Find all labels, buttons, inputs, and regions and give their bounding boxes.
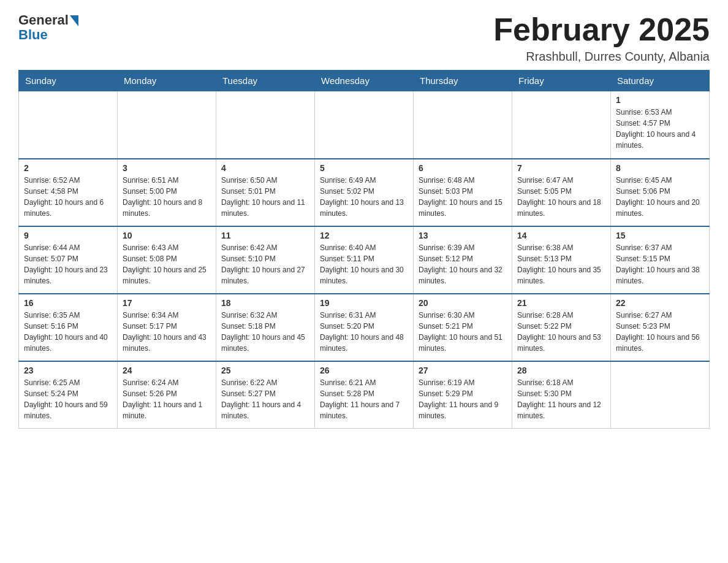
week-row: 1Sunrise: 6:53 AM Sunset: 4:57 PM Daylig… xyxy=(19,91,710,159)
calendar-cell: 3Sunrise: 6:51 AM Sunset: 5:00 PM Daylig… xyxy=(118,159,216,226)
day-number: 4 xyxy=(221,163,309,173)
day-info: Sunrise: 6:19 AM Sunset: 5:29 PM Dayligh… xyxy=(419,377,507,421)
calendar-cell xyxy=(19,91,118,159)
logo-top: General xyxy=(18,12,78,28)
week-row: 2Sunrise: 6:52 AM Sunset: 4:58 PM Daylig… xyxy=(19,159,710,226)
day-of-week-header: Tuesday xyxy=(216,71,315,91)
day-number: 1 xyxy=(616,95,704,105)
week-row: 16Sunrise: 6:35 AM Sunset: 5:16 PM Dayli… xyxy=(19,294,710,361)
calendar-table: SundayMondayTuesdayWednesdayThursdayFrid… xyxy=(18,70,710,429)
calendar-cell xyxy=(512,91,611,159)
day-info: Sunrise: 6:24 AM Sunset: 5:26 PM Dayligh… xyxy=(123,377,211,421)
calendar-cell: 19Sunrise: 6:31 AM Sunset: 5:20 PM Dayli… xyxy=(315,294,414,361)
day-info: Sunrise: 6:49 AM Sunset: 5:02 PM Dayligh… xyxy=(320,175,408,219)
calendar-cell: 27Sunrise: 6:19 AM Sunset: 5:29 PM Dayli… xyxy=(414,361,512,429)
day-info: Sunrise: 6:53 AM Sunset: 4:57 PM Dayligh… xyxy=(616,107,704,151)
calendar-cell: 11Sunrise: 6:42 AM Sunset: 5:10 PM Dayli… xyxy=(216,226,315,294)
day-info: Sunrise: 6:50 AM Sunset: 5:01 PM Dayligh… xyxy=(221,175,309,219)
calendar-cell: 17Sunrise: 6:34 AM Sunset: 5:17 PM Dayli… xyxy=(118,294,216,361)
calendar-cell: 10Sunrise: 6:43 AM Sunset: 5:08 PM Dayli… xyxy=(118,226,216,294)
day-number: 11 xyxy=(221,231,309,240)
calendar-cell: 6Sunrise: 6:48 AM Sunset: 5:03 PM Daylig… xyxy=(414,159,512,226)
week-row: 23Sunrise: 6:25 AM Sunset: 5:24 PM Dayli… xyxy=(19,361,710,429)
calendar-cell xyxy=(315,91,414,159)
day-number: 25 xyxy=(221,366,309,375)
logo: General Blue xyxy=(18,12,78,43)
day-number: 8 xyxy=(616,163,704,173)
day-of-week-header: Sunday xyxy=(19,71,118,91)
calendar-cell: 25Sunrise: 6:22 AM Sunset: 5:27 PM Dayli… xyxy=(216,361,315,429)
calendar-cell: 7Sunrise: 6:47 AM Sunset: 5:05 PM Daylig… xyxy=(512,159,611,226)
calendar-cell: 26Sunrise: 6:21 AM Sunset: 5:28 PM Dayli… xyxy=(315,361,414,429)
day-of-week-header: Friday xyxy=(512,71,611,91)
day-info: Sunrise: 6:27 AM Sunset: 5:23 PM Dayligh… xyxy=(616,310,704,354)
day-number: 18 xyxy=(221,298,309,308)
day-number: 22 xyxy=(616,298,704,308)
calendar-cell: 9Sunrise: 6:44 AM Sunset: 5:07 PM Daylig… xyxy=(19,226,118,294)
day-number: 17 xyxy=(123,298,211,308)
day-info: Sunrise: 6:52 AM Sunset: 4:58 PM Dayligh… xyxy=(24,175,112,219)
day-number: 9 xyxy=(24,231,112,240)
day-number: 3 xyxy=(123,163,211,173)
day-of-week-header: Saturday xyxy=(611,71,710,91)
logo-general-text: General xyxy=(18,12,69,28)
day-number: 19 xyxy=(320,298,408,308)
day-info: Sunrise: 6:30 AM Sunset: 5:21 PM Dayligh… xyxy=(419,310,507,354)
day-number: 23 xyxy=(24,366,112,375)
calendar-cell: 5Sunrise: 6:49 AM Sunset: 5:02 PM Daylig… xyxy=(315,159,414,226)
day-info: Sunrise: 6:34 AM Sunset: 5:17 PM Dayligh… xyxy=(123,310,211,354)
day-info: Sunrise: 6:28 AM Sunset: 5:22 PM Dayligh… xyxy=(517,310,605,354)
logo-blue-text: Blue xyxy=(18,27,48,43)
day-number: 2 xyxy=(24,163,112,173)
day-number: 7 xyxy=(517,163,605,173)
day-info: Sunrise: 6:40 AM Sunset: 5:11 PM Dayligh… xyxy=(320,242,408,286)
calendar-cell: 13Sunrise: 6:39 AM Sunset: 5:12 PM Dayli… xyxy=(414,226,512,294)
week-row: 9Sunrise: 6:44 AM Sunset: 5:07 PM Daylig… xyxy=(19,226,710,294)
calendar-cell: 12Sunrise: 6:40 AM Sunset: 5:11 PM Dayli… xyxy=(315,226,414,294)
location-subtitle: Rrashbull, Durres County, Albania xyxy=(493,50,710,64)
day-number: 14 xyxy=(517,231,605,240)
title-block: February 2025 Rrashbull, Durres County, … xyxy=(493,12,710,64)
day-info: Sunrise: 6:38 AM Sunset: 5:13 PM Dayligh… xyxy=(517,242,605,286)
day-info: Sunrise: 6:45 AM Sunset: 5:06 PM Dayligh… xyxy=(616,175,704,219)
calendar-cell: 8Sunrise: 6:45 AM Sunset: 5:06 PM Daylig… xyxy=(611,159,710,226)
day-info: Sunrise: 6:21 AM Sunset: 5:28 PM Dayligh… xyxy=(320,377,408,421)
calendar-cell: 24Sunrise: 6:24 AM Sunset: 5:26 PM Dayli… xyxy=(118,361,216,429)
page-header: General Blue February 2025 Rrashbull, Du… xyxy=(18,12,710,64)
day-info: Sunrise: 6:35 AM Sunset: 5:16 PM Dayligh… xyxy=(24,310,112,354)
calendar-cell: 18Sunrise: 6:32 AM Sunset: 5:18 PM Dayli… xyxy=(216,294,315,361)
day-info: Sunrise: 6:22 AM Sunset: 5:27 PM Dayligh… xyxy=(221,377,309,421)
calendar-cell xyxy=(216,91,315,159)
logo-triangle-icon xyxy=(70,15,78,26)
month-title: February 2025 xyxy=(493,12,710,47)
calendar-cell: 28Sunrise: 6:18 AM Sunset: 5:30 PM Dayli… xyxy=(512,361,611,429)
day-info: Sunrise: 6:51 AM Sunset: 5:00 PM Dayligh… xyxy=(123,175,211,219)
day-number: 10 xyxy=(123,231,211,240)
day-info: Sunrise: 6:44 AM Sunset: 5:07 PM Dayligh… xyxy=(24,242,112,286)
day-number: 20 xyxy=(419,298,507,308)
calendar-cell xyxy=(414,91,512,159)
calendar-cell xyxy=(611,361,710,429)
calendar-cell: 14Sunrise: 6:38 AM Sunset: 5:13 PM Dayli… xyxy=(512,226,611,294)
calendar-cell: 2Sunrise: 6:52 AM Sunset: 4:58 PM Daylig… xyxy=(19,159,118,226)
day-number: 24 xyxy=(123,366,211,375)
calendar-cell: 22Sunrise: 6:27 AM Sunset: 5:23 PM Dayli… xyxy=(611,294,710,361)
day-number: 28 xyxy=(517,366,605,375)
day-number: 13 xyxy=(419,231,507,240)
day-number: 27 xyxy=(419,366,507,375)
day-number: 15 xyxy=(616,231,704,240)
day-info: Sunrise: 6:42 AM Sunset: 5:10 PM Dayligh… xyxy=(221,242,309,286)
calendar-cell: 20Sunrise: 6:30 AM Sunset: 5:21 PM Dayli… xyxy=(414,294,512,361)
day-info: Sunrise: 6:25 AM Sunset: 5:24 PM Dayligh… xyxy=(24,377,112,421)
calendar-cell: 15Sunrise: 6:37 AM Sunset: 5:15 PM Dayli… xyxy=(611,226,710,294)
day-info: Sunrise: 6:18 AM Sunset: 5:30 PM Dayligh… xyxy=(517,377,605,421)
calendar-cell: 4Sunrise: 6:50 AM Sunset: 5:01 PM Daylig… xyxy=(216,159,315,226)
day-info: Sunrise: 6:37 AM Sunset: 5:15 PM Dayligh… xyxy=(616,242,704,286)
day-info: Sunrise: 6:39 AM Sunset: 5:12 PM Dayligh… xyxy=(419,242,507,286)
day-info: Sunrise: 6:47 AM Sunset: 5:05 PM Dayligh… xyxy=(517,175,605,219)
day-of-week-header: Wednesday xyxy=(315,71,414,91)
day-number: 21 xyxy=(517,298,605,308)
day-number: 5 xyxy=(320,163,408,173)
day-info: Sunrise: 6:43 AM Sunset: 5:08 PM Dayligh… xyxy=(123,242,211,286)
calendar-cell: 23Sunrise: 6:25 AM Sunset: 5:24 PM Dayli… xyxy=(19,361,118,429)
